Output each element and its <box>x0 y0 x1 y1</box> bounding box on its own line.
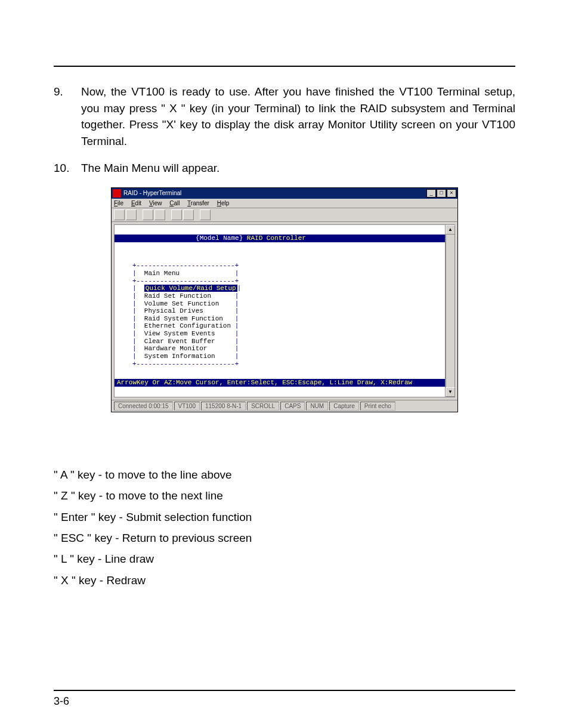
status-capture: Capture <box>329 402 359 411</box>
menu-edit[interactable]: Edit <box>131 200 141 206</box>
menu-item-volume-set[interactable]: Volume Set Function <box>144 300 219 307</box>
toolbar-call-icon[interactable] <box>143 209 153 220</box>
footer-hint: ArrowKey Or AZ:Move Cursor, Enter:Select… <box>115 379 445 387</box>
menu-item-quick-volume[interactable]: Quick Volume/Raid Setup <box>144 285 237 292</box>
status-emulation: VT100 <box>174 402 200 411</box>
key-enter: " Enter " key - Submit selection functio… <box>54 508 515 526</box>
close-button[interactable]: × <box>447 189 456 198</box>
terminal-area[interactable]: {Model Name} RAID Controller +----------… <box>114 224 446 397</box>
page-number: 3-6 <box>54 695 69 708</box>
scroll-down-icon[interactable]: ▼ <box>446 387 455 397</box>
toolbar-properties-icon[interactable] <box>200 209 211 220</box>
status-echo: Print echo <box>360 402 395 411</box>
step-10-text: The Main Menu will appear. <box>81 160 515 177</box>
status-baud: 115200 8-N-1 <box>201 402 246 411</box>
window-title: RAID - HyperTerminal <box>123 190 181 196</box>
headbar-model: {Model Name} <box>196 235 243 242</box>
scroll-up-icon[interactable]: ▲ <box>446 225 455 235</box>
scrollbar[interactable]: ▲ ▼ <box>446 224 455 397</box>
headbar-title: RAID Controller <box>243 235 306 242</box>
menubar: File Edit View Call Transfer Help <box>112 199 457 208</box>
menu-item-clear-events[interactable]: Clear Event Buffer <box>144 338 215 345</box>
menu-call[interactable]: Call <box>169 200 180 206</box>
statusbar: Connected 0:00:15 VT100 115200 8-N-1 SCR… <box>112 400 457 412</box>
key-legend: " A " key - to move to the line above " … <box>54 466 515 590</box>
status-caps: CAPS <box>280 402 305 411</box>
status-connected: Connected 0:00:15 <box>114 402 173 411</box>
menu-item-raid-set[interactable]: Raid Set Function <box>144 292 211 300</box>
step-10: 10. The Main Menu will appear. <box>54 160 515 177</box>
window-controls: _ □ × <box>426 189 456 198</box>
key-x: " X " key - Redraw <box>54 572 515 589</box>
toolbar-new-icon[interactable] <box>114 209 125 220</box>
step-9-number: 9. <box>54 84 81 149</box>
footer-rule <box>54 690 515 691</box>
header-rule <box>54 66 515 67</box>
maximize-button[interactable]: □ <box>437 189 446 198</box>
menu-item-physical-drives[interactable]: Physical Drives <box>144 307 203 314</box>
key-a: " A " key - to move to the line above <box>54 466 515 483</box>
menu-help[interactable]: Help <box>217 200 230 206</box>
menu-item-hardware-monitor[interactable]: Hardware Monitor <box>144 345 208 352</box>
step-9: 9. Now, the VT100 is ready to use. After… <box>54 84 515 149</box>
menu-item-system-info[interactable]: System Information <box>144 353 215 360</box>
menu-item-raid-system[interactable]: Raid System Function <box>144 315 223 322</box>
toolbar-receive-icon[interactable] <box>183 209 194 220</box>
status-scroll: SCROLL <box>247 402 279 411</box>
step-10-number: 10. <box>54 160 81 177</box>
menu-view[interactable]: View <box>149 200 162 206</box>
status-num: NUM <box>306 402 328 411</box>
key-z: " Z " key - to move to the next line <box>54 487 515 504</box>
hyperterminal-window: RAID - HyperTerminal _ □ × File Edit Vie… <box>111 187 458 412</box>
toolbar <box>112 208 457 222</box>
step-9-text: Now, the VT100 is ready to use. After yo… <box>81 84 515 149</box>
key-l: " L " key - Line draw <box>54 550 515 567</box>
menu-item-view-events[interactable]: View System Events <box>144 330 215 337</box>
menu-file[interactable]: File <box>114 200 123 206</box>
menu-transfer[interactable]: Transfer <box>187 200 209 206</box>
toolbar-open-icon[interactable] <box>126 209 137 220</box>
titlebar: RAID - HyperTerminal _ □ × <box>112 188 457 199</box>
key-esc: " ESC " key - Return to previous screen <box>54 529 515 547</box>
minimize-button[interactable]: _ <box>426 189 436 198</box>
menu-title: Main Menu <box>144 270 180 277</box>
app-icon <box>113 189 121 198</box>
menu-item-ethernet[interactable]: Ethernet Configuration <box>144 322 231 329</box>
toolbar-hangup-icon[interactable] <box>154 209 165 220</box>
toolbar-send-icon[interactable] <box>171 209 182 220</box>
